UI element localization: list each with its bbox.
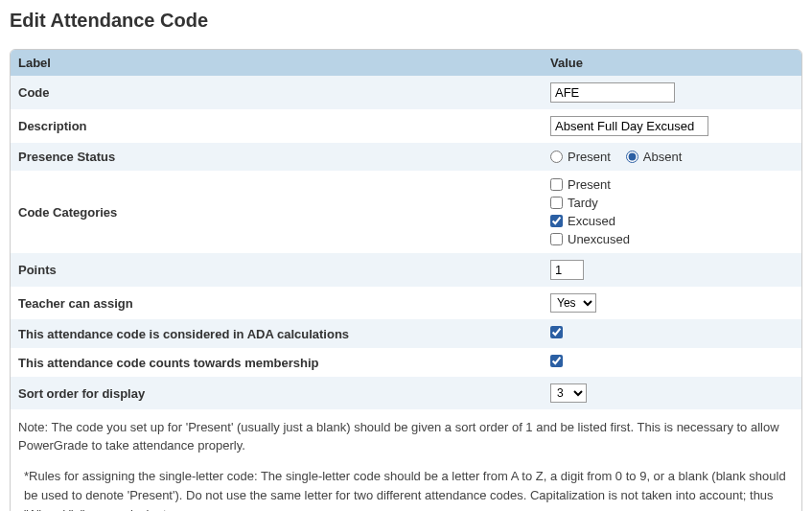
label-sort-order: Sort order for display bbox=[11, 377, 543, 409]
code-input[interactable] bbox=[550, 82, 675, 103]
form-panel: Label Value Code Description Presence St… bbox=[10, 49, 802, 511]
points-input[interactable] bbox=[550, 260, 584, 280]
presence-absent-label: Absent bbox=[643, 150, 682, 164]
note-text: Note: The code you set up for 'Present' … bbox=[11, 409, 801, 461]
check-item-unexcused[interactable]: Unexcused bbox=[550, 232, 794, 246]
rules-text: *Rules for assigning the single-letter c… bbox=[11, 461, 801, 511]
label-teacher-can-assign: Teacher can assign bbox=[11, 287, 543, 319]
row-points: Points bbox=[11, 253, 801, 287]
row-code: Code bbox=[11, 76, 801, 109]
category-tardy-checkbox[interactable] bbox=[550, 197, 563, 209]
category-present-checkbox[interactable] bbox=[550, 178, 563, 191]
teacher-can-assign-select[interactable]: Yes bbox=[550, 293, 596, 313]
row-membership: This attendance code counts towards memb… bbox=[11, 348, 801, 377]
presence-present-label: Present bbox=[568, 150, 611, 164]
row-teacher-can-assign: Teacher can assign Yes bbox=[11, 287, 801, 319]
form-table: Label Value Code Description Presence St… bbox=[11, 50, 801, 511]
row-description: Description bbox=[11, 109, 801, 143]
label-code: Code bbox=[11, 76, 543, 109]
label-points: Points bbox=[11, 253, 543, 287]
column-header-label: Label bbox=[11, 50, 543, 76]
label-description: Description bbox=[11, 109, 543, 143]
row-presence-status: Presence Status Present Absent bbox=[11, 143, 801, 171]
label-ada: This attendance code is considered in AD… bbox=[11, 319, 543, 348]
sort-order-select[interactable]: 3 bbox=[550, 383, 587, 403]
category-excused-label: Excused bbox=[568, 214, 615, 228]
description-input[interactable] bbox=[550, 116, 708, 136]
check-item-excused[interactable]: Excused bbox=[550, 214, 794, 228]
category-tardy-label: Tardy bbox=[568, 196, 598, 210]
ada-checkbox[interactable] bbox=[550, 326, 563, 338]
presence-absent-radio[interactable] bbox=[626, 151, 638, 163]
presence-present-radio[interactable] bbox=[550, 151, 563, 163]
row-rules: *Rules for assigning the single-letter c… bbox=[11, 461, 801, 511]
row-ada: This attendance code is considered in AD… bbox=[11, 319, 801, 348]
label-presence-status: Presence Status bbox=[11, 143, 543, 171]
radio-item-present[interactable]: Present bbox=[550, 150, 611, 164]
check-item-present[interactable]: Present bbox=[550, 177, 794, 192]
category-unexcused-checkbox[interactable] bbox=[550, 233, 563, 245]
check-item-tardy[interactable]: Tardy bbox=[550, 196, 794, 210]
radio-item-absent[interactable]: Absent bbox=[626, 150, 682, 164]
row-code-categories: Code Categories Present Tardy bbox=[11, 171, 801, 253]
membership-checkbox[interactable] bbox=[550, 355, 563, 367]
row-note: Note: The code you set up for 'Present' … bbox=[11, 409, 801, 461]
category-unexcused-label: Unexcused bbox=[568, 232, 630, 246]
label-code-categories: Code Categories bbox=[11, 171, 543, 253]
label-membership: This attendance code counts towards memb… bbox=[11, 348, 543, 377]
column-header-value: Value bbox=[543, 50, 801, 76]
row-sort-order: Sort order for display 3 bbox=[11, 377, 801, 409]
page-title: Edit Attendance Code bbox=[10, 10, 802, 32]
category-excused-checkbox[interactable] bbox=[550, 215, 563, 227]
category-present-label: Present bbox=[568, 177, 611, 192]
